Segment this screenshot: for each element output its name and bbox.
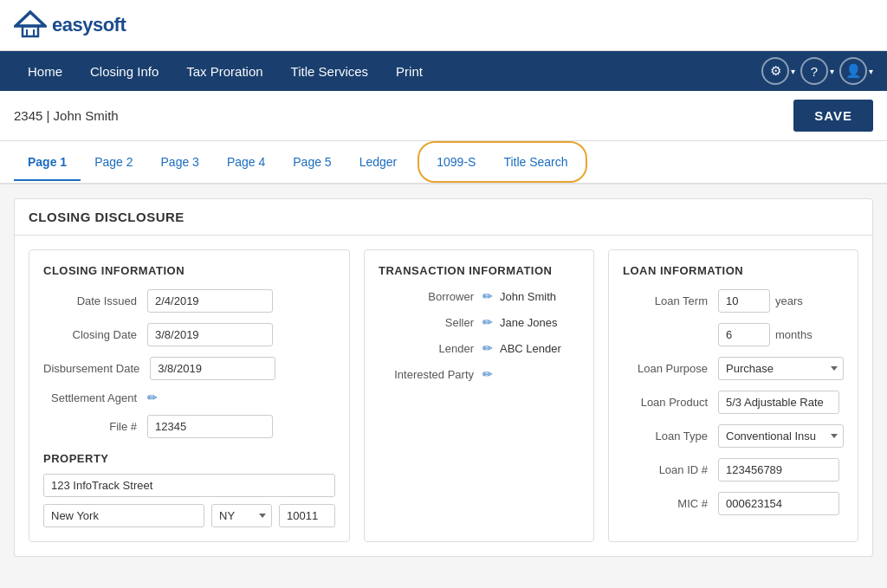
loan-term-years-unit: years: [775, 294, 803, 307]
lender-edit-icon[interactable]: ✏: [482, 341, 493, 355]
property-state-select[interactable]: NY NJ CT: [211, 504, 272, 527]
loan-purpose-select[interactable]: Purchase Refinance Construction Home Equ…: [718, 357, 844, 380]
loan-info-title: LOAN INFORMATION: [623, 264, 844, 277]
loan-purpose-label: Loan Purpose: [623, 362, 718, 375]
nav-icons: ⚙ ▾ ? ▾ 👤 ▾: [761, 57, 873, 85]
loan-id-input[interactable]: [718, 458, 839, 481]
disbursement-date-row: Disbursement Date: [43, 357, 335, 380]
lender-row: Lender ✏ ABC Lender: [379, 341, 579, 355]
closing-date-row: Closing Date: [43, 323, 335, 346]
nav-icon-group-user: 👤 ▾: [839, 57, 873, 85]
mic-label: MIC #: [623, 497, 718, 510]
loan-type-label: Loan Type: [623, 430, 718, 443]
svg-marker-0: [16, 12, 45, 26]
file-number-label: File #: [43, 420, 147, 433]
disbursement-date-input[interactable]: [150, 357, 275, 380]
tab-1099s[interactable]: 1099-S: [423, 145, 489, 179]
interested-party-label: Interested Party: [379, 368, 482, 381]
closing-info-title: CLOSING INFORMATION: [43, 264, 335, 277]
settings-icon-btn[interactable]: ⚙: [761, 57, 789, 85]
save-button[interactable]: SAVE: [793, 100, 873, 132]
title-bar: 2345 | John Smith SAVE: [0, 91, 887, 141]
interested-party-row: Interested Party ✏: [379, 367, 579, 381]
loan-term-months-unit: months: [775, 328, 813, 341]
borrower-value: John Smith: [500, 290, 556, 303]
nav-tax-proration[interactable]: Tax Proration: [172, 51, 276, 91]
logo-icon: [14, 9, 47, 42]
nav-closing-info[interactable]: Closing Info: [76, 51, 172, 91]
property-zip-input[interactable]: [279, 504, 335, 527]
seller-value: Jane Jones: [500, 316, 558, 329]
nav-icon-group-help: ? ▾: [800, 57, 834, 85]
loan-type-row: Loan Type Conventional Insu FHA VA USDA: [623, 424, 844, 448]
section-header: CLOSING DISCLOSURE: [14, 198, 873, 236]
closing-date-input[interactable]: [147, 323, 273, 346]
loan-purpose-row: Loan Purpose Purchase Refinance Construc…: [623, 357, 844, 380]
nav-links: Home Closing Info Tax Proration Title Se…: [14, 51, 761, 91]
property-city-state-zip-row: NY NJ CT: [43, 504, 335, 527]
tab-page3[interactable]: Page 3: [147, 145, 213, 181]
logo-text: easysoft: [52, 14, 126, 36]
settings-caret[interactable]: ▾: [791, 67, 795, 76]
loan-id-row: Loan ID #: [623, 458, 844, 481]
loan-term-months-input[interactable]: [718, 323, 770, 346]
logo-bar: easysoft: [0, 0, 887, 51]
disbursement-date-label: Disbursement Date: [43, 362, 150, 375]
settlement-agent-row: Settlement Agent ✏: [43, 391, 335, 404]
settlement-agent-label: Settlement Agent: [43, 391, 147, 404]
date-issued-input[interactable]: [147, 289, 273, 313]
nav-bar: Home Closing Info Tax Proration Title Se…: [0, 51, 887, 91]
user-icon-btn[interactable]: 👤: [839, 57, 867, 85]
tabs-bar: Page 1 Page 2 Page 3 Page 4 Page 5 Ledge…: [0, 141, 887, 184]
loan-product-label: Loan Product: [623, 396, 718, 409]
seller-edit-icon[interactable]: ✏: [482, 315, 493, 329]
interested-party-edit-icon[interactable]: ✏: [482, 367, 493, 381]
help-caret[interactable]: ▾: [830, 67, 834, 76]
tab-group-highlighted: 1099-S Title Search: [418, 141, 586, 183]
tab-page5[interactable]: Page 5: [279, 145, 345, 181]
nav-icon-group-settings: ⚙ ▾: [761, 57, 795, 85]
loan-term-label: Loan Term: [623, 294, 718, 307]
seller-row: Seller ✏ Jane Jones: [379, 315, 579, 329]
user-caret[interactable]: ▾: [869, 67, 873, 76]
main-content: CLOSING DISCLOSURE CLOSING INFORMATION D…: [0, 184, 887, 571]
nav-print[interactable]: Print: [382, 51, 437, 91]
tab-page1[interactable]: Page 1: [14, 145, 81, 181]
settlement-agent-edit-icon[interactable]: ✏: [147, 391, 158, 404]
tab-title-search[interactable]: Title Search: [489, 145, 581, 179]
borrower-label: Borrower: [379, 290, 482, 303]
closing-information-card: CLOSING INFORMATION Date Issued Closing …: [29, 249, 350, 542]
help-icon-btn[interactable]: ?: [800, 57, 828, 85]
transaction-information-card: TRANSACTION INFORMATION Borrower ✏ John …: [364, 249, 594, 542]
borrower-row: Borrower ✏ John Smith: [379, 289, 579, 303]
loan-information-card: LOAN INFORMATION Loan Term years months …: [608, 249, 858, 542]
cards-container: CLOSING INFORMATION Date Issued Closing …: [14, 236, 873, 557]
date-issued-label: Date Issued: [43, 294, 147, 307]
loan-product-input[interactable]: [718, 391, 839, 414]
tab-page2[interactable]: Page 2: [81, 145, 146, 181]
date-issued-row: Date Issued: [43, 289, 335, 313]
svg-rect-1: [23, 26, 38, 36]
loan-id-label: Loan ID #: [623, 463, 718, 476]
property-title: PROPERTY: [43, 452, 335, 465]
closing-date-label: Closing Date: [43, 328, 147, 341]
tab-ledger[interactable]: Ledger: [346, 145, 411, 181]
lender-label: Lender: [379, 342, 482, 355]
loan-term-years-input[interactable]: [718, 289, 770, 313]
transaction-info-title: TRANSACTION INFORMATION: [379, 264, 579, 277]
loan-product-row: Loan Product: [623, 391, 844, 414]
tab-page4[interactable]: Page 4: [213, 145, 279, 181]
lender-value: ABC Lender: [500, 342, 561, 355]
nav-title-services[interactable]: Title Services: [277, 51, 382, 91]
mic-input[interactable]: [718, 492, 839, 515]
borrower-edit-icon[interactable]: ✏: [482, 289, 493, 303]
nav-home[interactable]: Home: [14, 51, 76, 91]
property-city-input[interactable]: [43, 504, 204, 527]
file-number-input[interactable]: [147, 415, 273, 438]
breadcrumb: 2345 | John Smith: [14, 108, 119, 123]
loan-term-months-row: months: [623, 323, 844, 346]
file-number-row: File #: [43, 415, 335, 438]
property-address-input[interactable]: [43, 474, 335, 497]
loan-type-select[interactable]: Conventional Insu FHA VA USDA: [718, 424, 844, 448]
seller-label: Seller: [379, 316, 482, 329]
